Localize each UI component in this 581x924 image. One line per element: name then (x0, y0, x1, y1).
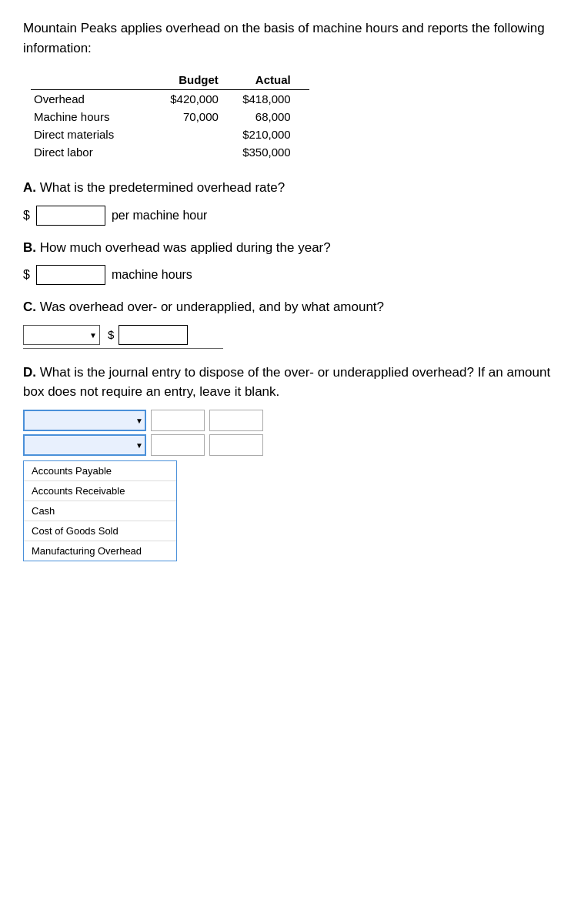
question-d-title: D. What is the journal entry to dispose … (23, 363, 558, 402)
row-budget (160, 143, 237, 161)
journal-debit-2[interactable] (151, 434, 205, 456)
table-row: Direct labor$350,000 (31, 143, 309, 161)
row-actual: 68,000 (237, 108, 309, 126)
menu-item-accounts-payable[interactable]: Accounts Payable (24, 461, 176, 481)
row-label: Direct labor (31, 143, 160, 161)
row-actual: $418,000 (237, 90, 309, 109)
journal-credit-2[interactable] (209, 434, 263, 456)
question-b-block: B. How much overhead was applied during … (23, 238, 558, 286)
journal-select-2[interactable]: Accounts Payable Accounts Receivable Cas… (23, 434, 146, 456)
journal-debit-1[interactable] (151, 410, 205, 431)
row-label: Direct materials (31, 126, 160, 143)
col-actual: Actual (237, 72, 309, 90)
data-table: Budget Actual Overhead$420,000$418,000Ma… (31, 72, 309, 161)
intro-text: Mountain Peaks applies overhead on the b… (23, 18, 558, 58)
question-c-block: C. Was overhead over- or underapplied, a… (23, 297, 558, 349)
table-row: Machine hours70,00068,000 (31, 108, 309, 126)
question-c-title: C. Was overhead over- or underapplied, a… (23, 297, 558, 317)
journal-select-wrapper-1[interactable]: Accounts Payable Accounts Receivable Cas… (23, 410, 146, 431)
input-c[interactable] (119, 325, 188, 345)
journal-row-2: Accounts Payable Accounts Receivable Cas… (23, 434, 558, 456)
journal-row-1: Accounts Payable Accounts Receivable Cas… (23, 410, 558, 431)
question-b-title: B. How much overhead was applied during … (23, 238, 558, 258)
journal-select-wrapper-2[interactable]: Accounts Payable Accounts Receivable Cas… (23, 434, 146, 456)
question-d-block: D. What is the journal entry to dispose … (23, 363, 558, 561)
dollar-c: $ (108, 328, 114, 341)
c-dropdown[interactable]: Over Under (23, 325, 100, 345)
journal-select-1[interactable]: Accounts Payable Accounts Receivable Cas… (23, 410, 146, 431)
col-budget: Budget (160, 72, 237, 90)
part-c-row: Over Under $ (23, 325, 223, 349)
table-row: Overhead$420,000$418,000 (31, 90, 309, 109)
suffix-b: machine hours (112, 268, 192, 282)
row-label: Machine hours (31, 108, 160, 126)
menu-item-cost-of-goods-sold[interactable]: Cost of Goods Sold (24, 521, 176, 541)
question-a-title: A. What is the predetermined overhead ra… (23, 178, 558, 198)
dropdown-open-menu: Accounts Payable Accounts Receivable Cas… (23, 460, 177, 561)
input-a[interactable] (36, 206, 105, 226)
dollar-b: $ (23, 268, 30, 282)
c-dropdown-wrapper[interactable]: Over Under (23, 325, 100, 345)
row-budget (160, 126, 237, 143)
menu-item-cash[interactable]: Cash (24, 501, 176, 521)
row-label: Overhead (31, 90, 160, 109)
row-actual: $210,000 (237, 126, 309, 143)
journal-credit-1[interactable] (209, 410, 263, 431)
menu-item-manufacturing-overhead[interactable]: Manufacturing Overhead (24, 541, 176, 561)
dollar-a: $ (23, 209, 30, 223)
row-budget: 70,000 (160, 108, 237, 126)
row-budget: $420,000 (160, 90, 237, 109)
table-row: Direct materials$210,000 (31, 126, 309, 143)
journal-grid: Accounts Payable Accounts Receivable Cas… (23, 410, 558, 456)
question-a-block: A. What is the predetermined overhead ra… (23, 178, 558, 226)
menu-item-accounts-receivable[interactable]: Accounts Receivable (24, 481, 176, 501)
suffix-a: per machine hour (112, 209, 208, 223)
input-b[interactable] (36, 265, 105, 285)
row-actual: $350,000 (237, 143, 309, 161)
